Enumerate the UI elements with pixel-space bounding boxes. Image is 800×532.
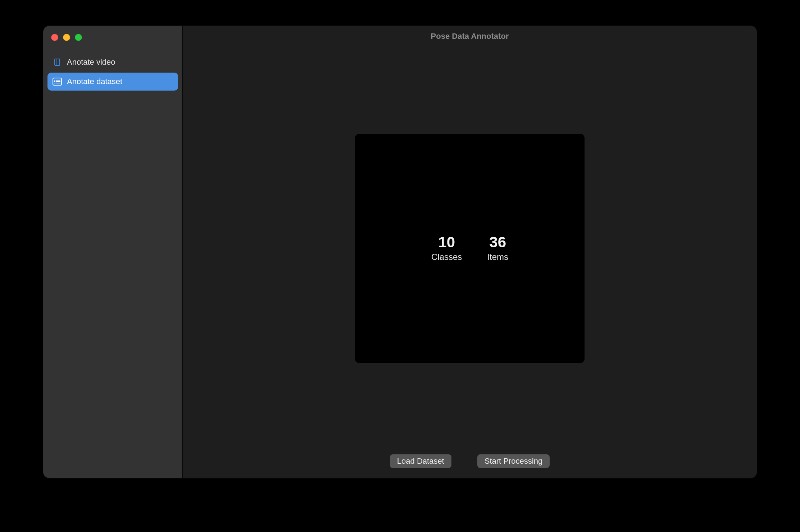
sidebar: Anotate video Anotate dataset [43,26,183,478]
stat-classes-label: Classes [431,252,462,262]
main-panel: Pose Data Annotator 10 Classes 36 Items … [183,26,757,478]
sidebar-nav: Anotate video Anotate dataset [43,53,182,91]
sidebar-item-label: Anotate video [67,58,115,67]
app-window: Anotate video Anotate dataset [43,26,757,478]
window-title: Pose Data Annotator [183,26,757,47]
list-icon [53,77,62,86]
footer-actions: Load Dataset Start Processing [183,450,757,478]
start-processing-button[interactable]: Start Processing [477,454,550,468]
stat-classes-value: 10 [438,235,455,250]
minimize-window-button[interactable] [63,34,70,41]
stat-items-label: Items [487,252,508,262]
sidebar-item-annotate-dataset[interactable]: Anotate dataset [47,73,178,91]
stat-classes: 10 Classes [431,235,462,262]
stat-items-value: 36 [489,235,506,250]
close-window-button[interactable] [51,34,58,41]
zoom-window-button[interactable] [75,34,82,41]
stat-items: 36 Items [487,235,508,262]
book-icon [53,58,62,67]
sidebar-item-label: Anotate dataset [67,77,122,86]
load-dataset-button[interactable]: Load Dataset [390,454,451,468]
dataset-summary-card: 10 Classes 36 Items [355,134,585,363]
window-controls [43,34,182,41]
content-area: 10 Classes 36 Items [183,47,757,450]
sidebar-item-annotate-video[interactable]: Anotate video [47,53,178,71]
